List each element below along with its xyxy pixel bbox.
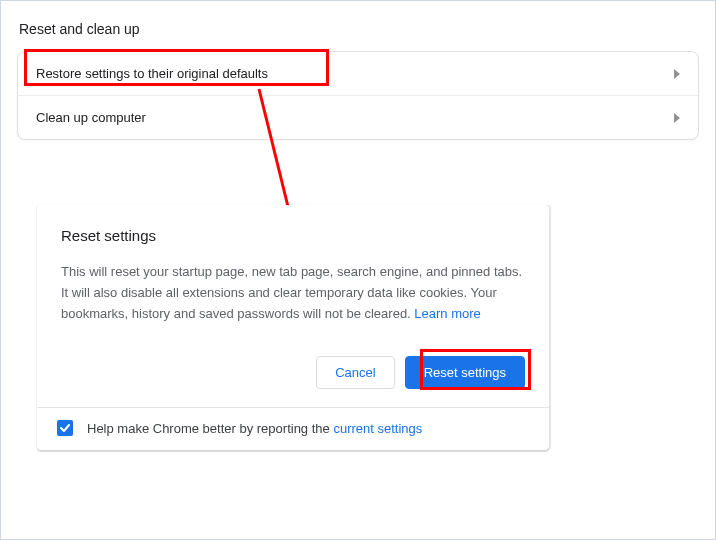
restore-defaults-row[interactable]: Restore settings to their original defau… [18,52,698,96]
dialog-description: This will reset your startup page, new t… [61,262,525,324]
section-title: Reset and clean up [19,21,699,37]
report-settings-label: Help make Chrome better by reporting the… [87,421,422,436]
learn-more-link[interactable]: Learn more [414,306,480,321]
dialog-title: Reset settings [61,227,525,244]
restore-defaults-label: Restore settings to their original defau… [36,66,268,81]
report-settings-checkbox[interactable] [57,420,73,436]
reset-settings-dialog: Reset settings This will reset your star… [37,205,549,450]
current-settings-link[interactable]: current settings [333,421,422,436]
clean-up-computer-label: Clean up computer [36,110,146,125]
clean-up-computer-row[interactable]: Clean up computer [18,96,698,139]
checkmark-icon [59,422,71,434]
reset-cleanup-card: Restore settings to their original defau… [17,51,699,140]
chevron-right-icon [674,113,680,123]
reset-settings-button[interactable]: Reset settings [405,356,525,389]
chevron-right-icon [674,69,680,79]
cancel-button[interactable]: Cancel [316,356,394,389]
